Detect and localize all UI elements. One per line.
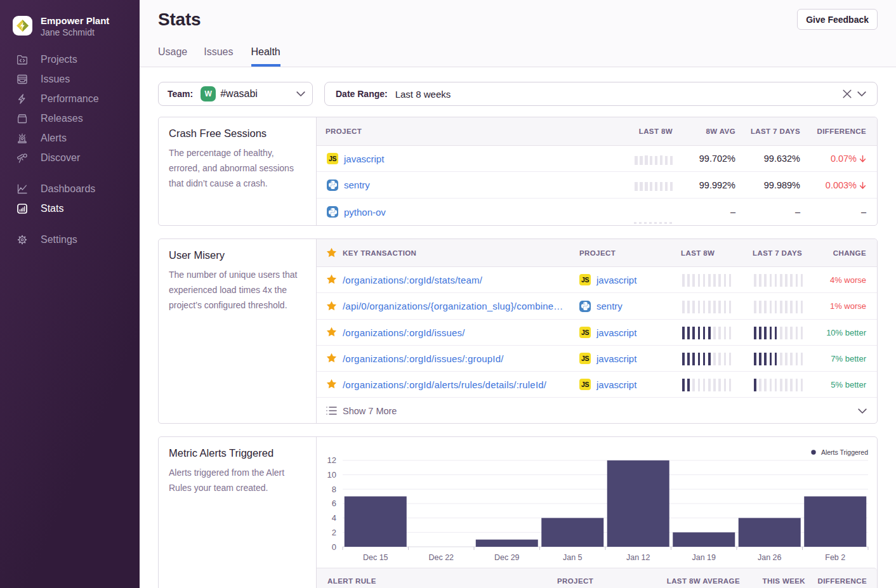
svg-text:0: 0 bbox=[332, 542, 336, 552]
svg-text:6: 6 bbox=[332, 499, 336, 508]
svg-text:4: 4 bbox=[332, 513, 336, 523]
svg-text:Dec 29: Dec 29 bbox=[494, 553, 520, 562]
svg-text:Jan 26: Jan 26 bbox=[758, 553, 782, 562]
svg-text:Dec 22: Dec 22 bbox=[428, 553, 454, 562]
svg-text:Jan 12: Jan 12 bbox=[626, 553, 650, 562]
svg-text:Jan 19: Jan 19 bbox=[692, 553, 716, 562]
svg-text:Jan 5: Jan 5 bbox=[563, 553, 583, 562]
svg-text:Feb 2: Feb 2 bbox=[825, 553, 845, 562]
svg-text:8: 8 bbox=[332, 485, 336, 494]
svg-text:10: 10 bbox=[327, 470, 336, 480]
svg-text:Dec 15: Dec 15 bbox=[363, 553, 388, 562]
svg-text:12: 12 bbox=[327, 455, 336, 465]
svg-text:2: 2 bbox=[332, 528, 336, 537]
svg-text:Alerts Triggered: Alerts Triggered bbox=[821, 448, 868, 456]
